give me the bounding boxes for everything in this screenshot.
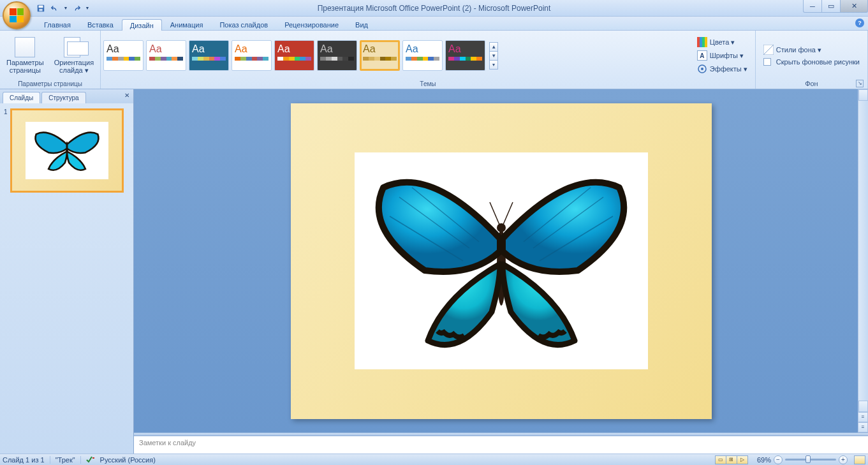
undo-icon[interactable] <box>48 2 61 15</box>
svg-rect-5 <box>702 37 705 47</box>
pane-tabs: Слайды Структура ✕ <box>0 89 133 103</box>
ribbon-tabs: Главная Вставка Дизайн Анимация Показ сл… <box>0 17 868 31</box>
thumbnail-number: 1 <box>4 108 8 193</box>
slides-pane: Слайды Структура ✕ 1 <box>0 89 134 454</box>
tab-insert[interactable]: Вставка <box>79 18 122 30</box>
ribbon-group-background: Стили фона ▾ Скрыть фоновые рисунки Фон↘ <box>756 31 868 89</box>
qat-customize-icon[interactable]: ▼ <box>84 2 91 15</box>
slide-picture[interactable] <box>355 152 648 369</box>
tab-home[interactable]: Главная <box>36 18 79 30</box>
save-icon[interactable] <box>34 2 47 15</box>
gallery-up-icon[interactable]: ▲ <box>489 42 498 52</box>
window-controls: ─ ▭ ✕ <box>804 0 868 16</box>
background-styles-icon <box>763 45 774 55</box>
theme-thumb-1[interactable]: Aa <box>146 40 186 71</box>
orientation-icon <box>64 37 84 57</box>
theme-thumb-3[interactable]: Aa <box>232 40 272 71</box>
theme-thumb-8[interactable]: Aa <box>445 40 485 71</box>
fonts-icon: A <box>697 50 707 61</box>
background-styles-button[interactable]: Стили фона ▾ <box>760 43 864 56</box>
theme-thumb-0[interactable]: Aa <box>103 40 143 71</box>
theme-thumb-6[interactable]: Aa <box>360 40 400 71</box>
minimize-button[interactable]: ─ <box>803 0 822 13</box>
notes-pane[interactable]: Заметки к слайду <box>134 436 868 454</box>
close-button[interactable]: ✕ <box>840 0 868 13</box>
fonts-button[interactable]: AШрифты ▾ <box>693 49 751 62</box>
status-language[interactable]: Русский (Россия) <box>100 456 156 464</box>
office-button[interactable] <box>3 1 31 29</box>
slide-canvas-area[interactable]: ≡ ≡ <box>134 89 868 432</box>
svg-rect-1 <box>39 5 43 8</box>
undo-dropdown-icon[interactable]: ▼ <box>63 2 69 15</box>
ribbon: Параметры страницы Ориентация слайда ▾ П… <box>0 31 868 89</box>
effects-button[interactable]: Эффекты ▾ <box>693 63 751 75</box>
theme-thumb-7[interactable]: Aa <box>402 40 443 71</box>
tab-review[interactable]: Рецензирование <box>276 18 347 30</box>
slide-nav-buttons: ≡ ≡ <box>858 412 868 432</box>
dialog-launcher-icon[interactable]: ↘ <box>856 80 864 87</box>
page-setup-icon <box>15 37 35 57</box>
orientation-label: Ориентация слайда ▾ <box>54 59 94 75</box>
status-theme[interactable]: "Трек" <box>55 456 75 464</box>
slide[interactable] <box>291 103 712 419</box>
tab-animation[interactable]: Анимация <box>162 18 212 30</box>
slideshow-view-button[interactable]: ▷ <box>737 455 748 464</box>
prev-slide-button[interactable]: ≡ <box>858 412 868 422</box>
next-slide-button[interactable]: ≡ <box>858 422 868 432</box>
gallery-more-icon[interactable]: ▾ <box>489 60 498 70</box>
butterfly-image <box>355 152 648 369</box>
group-label-background: Фон↘ <box>758 78 865 89</box>
hide-background-checkbox[interactable]: Скрыть фоновые рисунки <box>760 57 864 67</box>
group-label-page-setup: Параметры страницы <box>3 79 98 89</box>
page-setup-label: Параметры страницы <box>6 59 44 74</box>
pane-tab-outline[interactable]: Структура <box>41 92 85 103</box>
slide-thumbnail[interactable]: 1 <box>4 108 129 193</box>
sorter-view-button[interactable]: ⊞ <box>726 455 737 464</box>
editor-area: ≡ ≡ Заметки к слайду <box>134 89 868 454</box>
themes-gallery: AaAaAaAaAaAaAaAaAa▲▼▾ <box>103 40 498 71</box>
window-title: Презентация Microsoft Office PowerPoint … <box>318 4 551 13</box>
zoom-controls: 69% − + <box>757 455 865 464</box>
pane-tab-slides[interactable]: Слайды <box>3 92 40 103</box>
notes-placeholder: Заметки к слайду <box>139 439 196 447</box>
status-bar: Слайд 1 из 1 "Трек" Русский (Россия) ▭ ⊞… <box>0 454 868 465</box>
maximize-button[interactable]: ▭ <box>821 0 841 13</box>
help-icon[interactable]: ? <box>855 18 864 27</box>
svg-rect-2 <box>39 8 42 11</box>
gallery-down-icon[interactable]: ▼ <box>489 51 498 61</box>
colors-button[interactable]: Цвета ▾ <box>693 36 751 48</box>
svg-rect-4 <box>700 37 702 47</box>
zoom-out-button[interactable]: − <box>774 455 783 464</box>
svg-point-8 <box>701 68 703 70</box>
svg-rect-3 <box>697 37 700 47</box>
theme-thumb-2[interactable]: Aa <box>189 40 229 71</box>
quick-access-toolbar: ▼ ▼ <box>34 0 91 16</box>
view-buttons: ▭ ⊞ ▷ <box>716 455 748 464</box>
zoom-slider[interactable] <box>785 459 836 461</box>
tab-view[interactable]: Вид <box>347 18 376 30</box>
tab-slideshow[interactable]: Показ слайдов <box>211 18 276 30</box>
zoom-percent[interactable]: 69% <box>757 456 771 464</box>
colors-icon <box>697 37 707 47</box>
redo-icon[interactable] <box>70 2 83 15</box>
tab-design[interactable]: Дизайн <box>122 19 162 31</box>
ribbon-group-page-setup: Параметры страницы Ориентация слайда ▾ П… <box>0 31 101 89</box>
ribbon-group-themes: AaAaAaAaAaAaAaAaAa▲▼▾ Цвета ▾ AШрифты ▾ … <box>101 31 756 89</box>
theme-thumb-5[interactable]: Aa <box>317 40 357 71</box>
thumbnails-list[interactable]: 1 <box>0 103 133 454</box>
spellcheck-icon[interactable] <box>86 455 95 464</box>
svg-rect-6 <box>705 37 707 47</box>
zoom-fit-button[interactable] <box>854 455 865 464</box>
effects-icon <box>697 64 707 74</box>
orientation-button[interactable]: Ориентация слайда ▾ <box>50 36 98 76</box>
butterfly-thumbnail-image <box>26 122 108 179</box>
vertical-scrollbar[interactable] <box>858 89 868 432</box>
status-slide-number[interactable]: Слайд 1 из 1 <box>3 456 45 464</box>
normal-view-button[interactable]: ▭ <box>715 455 726 464</box>
zoom-slider-thumb[interactable] <box>805 455 811 463</box>
page-setup-button[interactable]: Параметры страницы <box>3 36 48 75</box>
pane-close-icon[interactable]: ✕ <box>124 92 129 99</box>
workspace: Слайды Структура ✕ 1 <box>0 89 868 454</box>
theme-thumb-4[interactable]: Aa <box>274 40 314 71</box>
zoom-in-button[interactable]: + <box>839 455 848 464</box>
